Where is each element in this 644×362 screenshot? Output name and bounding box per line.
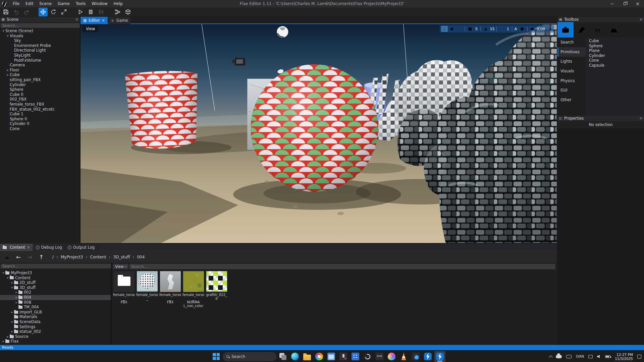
grid-snap-button[interactable]	[467, 26, 474, 32]
toolbox-category-tab[interactable]: Visuals	[557, 66, 586, 76]
flax-app-button[interactable]	[422, 351, 433, 362]
breadcrumb-root[interactable]: /	[52, 255, 54, 259]
plugins-button[interactable]	[123, 8, 132, 16]
pivot-mode-button[interactable]: A	[514, 27, 518, 31]
redo-button[interactable]	[22, 8, 31, 16]
chevron-icon[interactable]: ▸	[6, 72, 10, 77]
notification-center-icon[interactable]	[637, 355, 641, 359]
chevron-icon[interactable]: ▸	[6, 334, 10, 339]
scene-tree-item[interactable]: Cube 1	[0, 112, 80, 117]
content-tree-item[interactable]: ▸ 2D_stuff	[0, 280, 111, 285]
menu-item[interactable]: Help	[111, 0, 126, 7]
chevron-icon[interactable]: ▾	[10, 285, 14, 290]
tab-debug-log[interactable]: i Debug Log	[33, 244, 65, 251]
rotate-mode-button[interactable]	[449, 26, 455, 32]
toolbox-category-tab[interactable]: Search	[557, 38, 586, 47]
breadcrumb-item[interactable]: Content	[90, 255, 106, 259]
grid-snap-value[interactable]: 5	[475, 27, 479, 31]
content-tree-search-input[interactable]	[1, 264, 111, 268]
visject-graph-button[interactable]	[113, 8, 122, 16]
pause-button[interactable]	[86, 8, 95, 16]
close-icon[interactable]: ×	[27, 245, 30, 250]
import-button[interactable]	[2, 252, 12, 262]
menu-item[interactable]: File	[10, 0, 22, 7]
network-icon[interactable]	[588, 355, 593, 358]
menu-item[interactable]: Scene	[36, 0, 55, 7]
scene-tree-item[interactable]: Cylinder	[0, 82, 80, 87]
content-tree-item[interactable]: ▸ Flax	[0, 339, 111, 344]
camera-speed-button[interactable]	[529, 26, 536, 32]
breadcrumb-item[interactable]: MyProject3	[61, 255, 83, 259]
menu-item[interactable]: Tools	[73, 0, 89, 7]
scene-tree-item[interactable]: PostFxVolume	[0, 58, 80, 63]
toolbox-category-tab[interactable]: Physics	[557, 76, 586, 85]
toolbox-item[interactable]: Cube	[586, 39, 644, 44]
scene-tree-item[interactable]: Cone	[0, 126, 80, 131]
calendar-button[interactable]	[326, 351, 337, 362]
clock[interactable]: 12:27 PM 11/3/2025	[615, 353, 633, 361]
file-explorer-button[interactable]	[302, 351, 313, 362]
back-button[interactable]: ←	[13, 252, 23, 262]
close-icon[interactable]: ×	[639, 17, 643, 21]
play-button[interactable]	[76, 8, 85, 16]
content-tree-item[interactable]: ▸ import_GLB	[0, 310, 111, 315]
content-tree-item[interactable]: ▸ statue_002	[0, 329, 111, 334]
toolbox-category-tab[interactable]: Other	[557, 95, 586, 105]
toolbox-item[interactable]: Cylinder	[586, 53, 644, 58]
chevron-icon[interactable]: ▸	[14, 295, 18, 300]
tab-vertex-paint[interactable]	[574, 22, 590, 38]
tab-terrain[interactable]	[606, 22, 622, 38]
scene-tree-item[interactable]: ▸ Floor	[0, 68, 80, 73]
scene-tree-item[interactable]: sitting_pair_FBX	[0, 77, 80, 82]
translate-mode-button[interactable]	[441, 26, 448, 32]
scene-tree-item[interactable]: Sphere	[0, 87, 80, 92]
content-item-female-torso-material[interactable]: female_torso_	[136, 271, 158, 300]
up-button[interactable]: ↑	[36, 252, 46, 262]
scene-tree-item[interactable]: ▾ Scene (Scene)	[0, 28, 80, 34]
close-icon[interactable]: ×	[75, 17, 78, 21]
scene-tree-item[interactable]: Cube 0	[0, 92, 80, 97]
language-indicator[interactable]: DAN	[576, 354, 584, 359]
content-item-female-torso-normal-map[interactable]: female_torso_ NORMA L_non_color	[182, 271, 204, 308]
flax-editor-app-button[interactable]	[434, 351, 445, 362]
expand-arrow-icon[interactable]	[546, 26, 553, 32]
scale-tool-button[interactable]	[59, 8, 68, 16]
tray-chevron-up-icon[interactable]	[549, 355, 553, 359]
content-search-input[interactable]	[129, 264, 555, 269]
tab-toolbox[interactable]	[557, 22, 574, 38]
content-tree-item[interactable]: ▾ MyProject3	[0, 270, 111, 276]
scene-tree-item[interactable]: Directional Light	[0, 48, 80, 53]
scene-tree-item[interactable]: SkyLight	[0, 53, 80, 58]
scale-snap-button[interactable]	[498, 26, 505, 32]
scene-tree-item[interactable]: Environment Probe	[0, 43, 80, 48]
taskbar-search[interactable]: Search	[223, 352, 276, 361]
content-tree-item[interactable]: ▸ SceneData	[0, 319, 111, 324]
menu-item[interactable]: Window	[89, 0, 110, 7]
content-item-female-torso-fbx-folder[interactable]: female_torso_ FBX	[113, 271, 135, 304]
chevron-icon[interactable]: ▸	[6, 68, 10, 73]
chevron-icon[interactable]: ▾	[1, 270, 5, 276]
menu-item[interactable]: Edit	[22, 0, 36, 7]
content-tree-item[interactable]: ▸ 002	[0, 290, 111, 295]
content-tree-item[interactable]: ▾ Content	[0, 276, 111, 281]
calculator-button[interactable]	[350, 351, 361, 362]
chevron-icon[interactable]: ▸	[10, 329, 14, 334]
content-tree-item[interactable]: Settings	[0, 324, 111, 329]
paint-button[interactable]	[314, 351, 325, 362]
speaker-icon[interactable]	[597, 355, 601, 358]
voice-recorder-button[interactable]	[338, 351, 349, 362]
forward-button[interactable]: →	[25, 252, 35, 262]
scene-tree-item[interactable]: ▸ Cube	[0, 72, 80, 77]
content-tree-item[interactable]: ▸ 004	[0, 295, 111, 300]
step-button[interactable]	[97, 8, 106, 16]
chevron-icon[interactable]: ▸	[10, 319, 14, 324]
tab-foliage[interactable]	[590, 22, 606, 38]
onedrive-icon[interactable]	[556, 355, 562, 358]
rotate-snap-value[interactable]: 15	[490, 27, 495, 31]
scene-search-input[interactable]	[1, 23, 80, 28]
content-tree-item[interactable]: ▸ Source	[0, 334, 111, 339]
tab-output-log[interactable]: i Output Log	[65, 244, 98, 251]
toolbox-item[interactable]: Sphere	[586, 44, 644, 49]
chevron-icon[interactable]: ▾	[6, 34, 10, 39]
chevron-icon[interactable]: ▾	[6, 276, 10, 281]
